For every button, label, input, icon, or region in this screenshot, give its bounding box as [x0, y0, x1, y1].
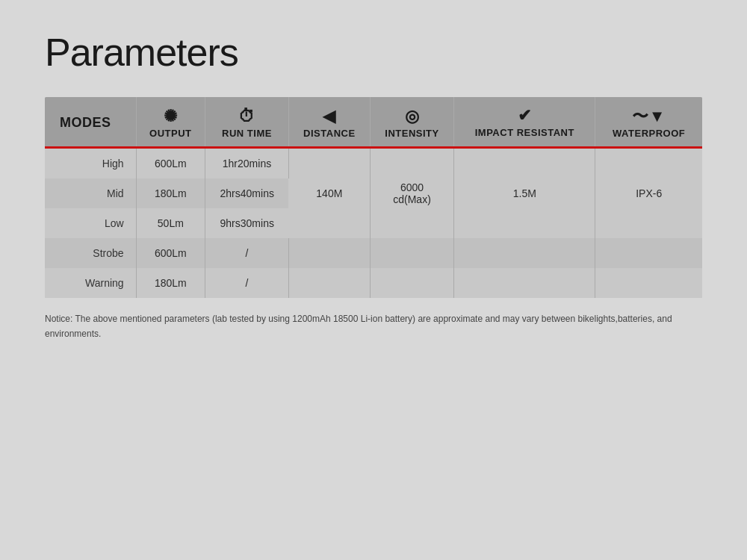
mode-cell: Low	[45, 208, 136, 238]
waterproof-icon: 〜▼	[632, 108, 666, 125]
distance-icon: ◀	[323, 108, 336, 125]
table-row: Strobe 600Lm /	[45, 238, 702, 268]
output-cell: 180Lm	[136, 178, 205, 208]
mode-cell: Mid	[45, 178, 136, 208]
runtime-cell: 9hrs30mins	[205, 208, 289, 238]
output-cell: 600Lm	[136, 149, 205, 178]
distance-cell: 140M	[288, 149, 370, 238]
col-header-distance: ◀ DISTANCE	[288, 97, 370, 146]
intensity-cell: 6000cd(Max)	[370, 149, 454, 238]
parameters-table: MODES ✺ OUTPUT ⏱ RUN TIME	[45, 97, 702, 298]
page-title: Parameters	[45, 30, 702, 75]
table-body: High 600Lm 1hr20mins 140M 6000cd(Max) 1.…	[45, 149, 702, 298]
runtime-cell: /	[205, 268, 289, 298]
col-header-intensity: ◎ INTENSITY	[370, 97, 454, 146]
notice-text: Notice: The above mentioned parameters (…	[45, 311, 702, 342]
waterproof-cell	[595, 268, 702, 298]
mode-cell: Warning	[45, 268, 136, 298]
col-header-output: ✺ OUTPUT	[136, 97, 205, 146]
col-header-runtime: ⏱ RUN TIME	[205, 97, 289, 146]
intensity-cell	[370, 268, 454, 298]
mode-cell: High	[45, 149, 136, 178]
output-cell: 180Lm	[136, 268, 205, 298]
table-header-row: MODES ✺ OUTPUT ⏱ RUN TIME	[45, 97, 702, 146]
intensity-cell	[370, 238, 454, 268]
impact-cell	[454, 238, 595, 268]
table-row: High 600Lm 1hr20mins 140M 6000cd(Max) 1.…	[45, 149, 702, 178]
runtime-cell: 1hr20mins	[205, 149, 289, 178]
impact-icon: ✔	[518, 108, 532, 124]
runtime-cell: 2hrs40mins	[205, 178, 289, 208]
waterproof-cell: IPX-6	[595, 149, 702, 238]
waterproof-cell	[595, 238, 702, 268]
output-cell: 50Lm	[136, 208, 205, 238]
distance-cell	[288, 268, 370, 298]
col-header-impact: ✔ IMPACT RESISTANT	[454, 97, 595, 146]
col-header-modes: MODES	[45, 97, 136, 146]
parameters-table-wrapper: MODES ✺ OUTPUT ⏱ RUN TIME	[45, 97, 702, 298]
table-row: Warning 180Lm /	[45, 268, 702, 298]
impact-cell: 1.5M	[454, 149, 595, 238]
output-cell: 600Lm	[136, 238, 205, 268]
distance-cell	[288, 238, 370, 268]
impact-cell	[454, 268, 595, 298]
page-container: Parameters MODES ✺ OUTPUT ⏱ RUN TIME	[0, 0, 747, 560]
mode-cell: Strobe	[45, 238, 136, 268]
col-header-waterproof: 〜▼ WATERPROOF	[595, 97, 702, 146]
runtime-icon: ⏱	[238, 108, 255, 125]
intensity-icon: ◎	[405, 108, 420, 125]
output-icon: ✺	[164, 108, 178, 125]
runtime-cell: /	[205, 238, 289, 268]
